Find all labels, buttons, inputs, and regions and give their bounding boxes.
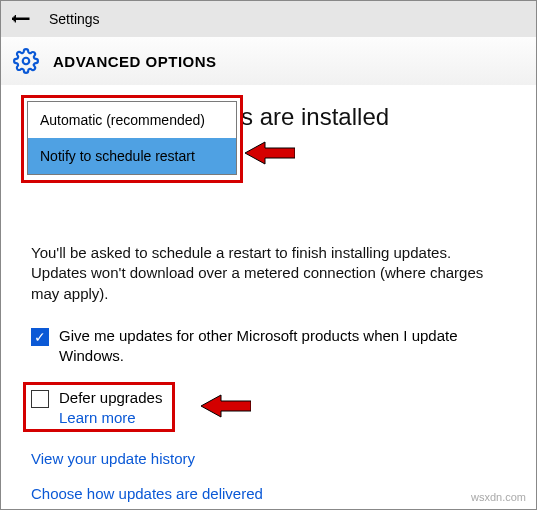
view-history-link[interactable]: View your update history [31, 450, 506, 467]
annotation-arrow-icon [201, 392, 251, 420]
heading-visible-text: s are installed [241, 103, 389, 130]
gear-icon [13, 48, 39, 74]
svg-marker-1 [201, 395, 251, 417]
subheader: ADVANCED OPTIONS [1, 37, 536, 85]
install-mode-dropdown[interactable]: Automatic (recommended) Notify to schedu… [27, 101, 237, 175]
back-button[interactable]: 🠔 [11, 8, 31, 31]
defer-label: Defer upgrades [59, 388, 162, 408]
checkbox-defer[interactable] [31, 390, 49, 408]
checkbox-products-label: Give me updates for other Microsoft prod… [59, 326, 506, 367]
checkbox-products-row: ✓ Give me updates for other Microsoft pr… [31, 326, 506, 367]
dropdown-option-automatic[interactable]: Automatic (recommended) [28, 102, 236, 138]
page-title: ADVANCED OPTIONS [53, 53, 217, 70]
checkbox-products[interactable]: ✓ [31, 328, 49, 346]
titlebar: 🠔 Settings [1, 1, 536, 37]
dropdown-option-notify[interactable]: Notify to schedule restart [28, 138, 236, 174]
svg-point-0 [23, 58, 30, 65]
defer-row: Defer upgrades Learn more [31, 388, 506, 425]
window-title: Settings [49, 11, 100, 27]
learn-more-link[interactable]: Learn more [59, 409, 162, 426]
attribution-text: wsxdn.com [471, 491, 526, 503]
delivery-link[interactable]: Choose how updates are delivered [31, 485, 506, 502]
description-text: You'll be asked to schedule a restart to… [31, 243, 506, 304]
